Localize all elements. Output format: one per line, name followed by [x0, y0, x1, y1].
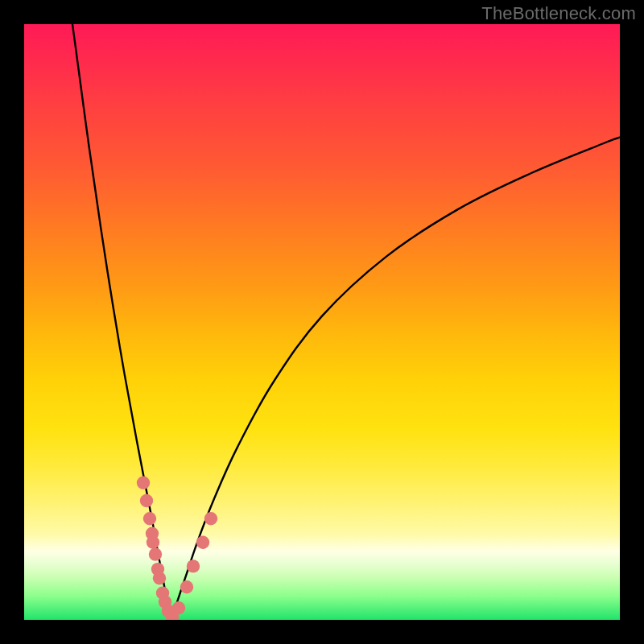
- data-marker: [204, 512, 217, 525]
- curve-right-branch: [171, 138, 620, 620]
- marker-layer: [137, 477, 217, 620]
- data-marker: [137, 477, 150, 489]
- data-marker: [143, 512, 156, 525]
- data-marker: [149, 547, 162, 560]
- chart-frame: TheBottleneck.com: [0, 0, 644, 644]
- data-marker: [196, 536, 209, 549]
- data-marker: [187, 559, 200, 572]
- data-marker: [180, 580, 193, 593]
- data-marker: [140, 494, 153, 507]
- data-marker: [147, 536, 159, 549]
- plot-area: [24, 24, 620, 620]
- watermark-text: TheBottleneck.com: [481, 3, 636, 24]
- chart-svg: [24, 24, 620, 620]
- data-marker: [153, 572, 166, 584]
- data-marker: [172, 601, 185, 614]
